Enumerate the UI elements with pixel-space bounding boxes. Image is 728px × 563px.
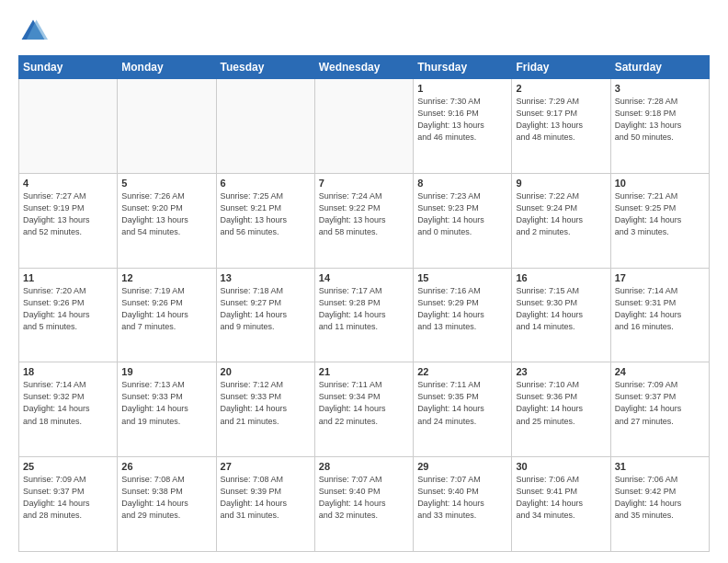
calendar-cell: 14Sunrise: 7:17 AM Sunset: 9:28 PM Dayli… — [314, 268, 413, 362]
day-number: 22 — [417, 366, 507, 377]
day-number: 1 — [417, 83, 507, 94]
calendar-cell: 24Sunrise: 7:09 AM Sunset: 9:37 PM Dayli… — [610, 362, 709, 457]
week-row-4: 18Sunrise: 7:14 AM Sunset: 9:32 PM Dayli… — [19, 362, 710, 457]
calendar-cell: 10Sunrise: 7:21 AM Sunset: 9:25 PM Dayli… — [610, 173, 709, 268]
calendar-cell: 5Sunrise: 7:26 AM Sunset: 9:20 PM Daylig… — [118, 173, 216, 268]
day-number: 3 — [615, 83, 705, 94]
week-row-3: 11Sunrise: 7:20 AM Sunset: 9:26 PM Dayli… — [19, 268, 710, 362]
day-info: Sunrise: 7:22 AM Sunset: 9:24 PM Dayligh… — [516, 190, 606, 238]
day-info: Sunrise: 7:23 AM Sunset: 9:23 PM Dayligh… — [417, 190, 507, 238]
day-number: 30 — [516, 461, 606, 472]
col-header-wednesday: Wednesday — [314, 56, 413, 79]
calendar-cell: 30Sunrise: 7:06 AM Sunset: 9:41 PM Dayli… — [512, 457, 610, 552]
calendar-cell: 19Sunrise: 7:13 AM Sunset: 9:33 PM Dayli… — [118, 362, 216, 457]
day-number: 10 — [615, 178, 705, 189]
day-info: Sunrise: 7:15 AM Sunset: 9:30 PM Dayligh… — [516, 285, 606, 333]
day-number: 25 — [23, 461, 113, 472]
calendar-cell: 28Sunrise: 7:07 AM Sunset: 9:40 PM Dayli… — [314, 457, 413, 552]
calendar-cell: 3Sunrise: 7:28 AM Sunset: 9:18 PM Daylig… — [610, 79, 709, 174]
calendar-cell: 12Sunrise: 7:19 AM Sunset: 9:26 PM Dayli… — [118, 268, 216, 362]
day-number: 21 — [319, 366, 409, 377]
calendar-cell: 21Sunrise: 7:11 AM Sunset: 9:34 PM Dayli… — [314, 362, 413, 457]
day-number: 24 — [615, 366, 705, 377]
calendar-cell — [118, 79, 216, 174]
day-info: Sunrise: 7:14 AM Sunset: 9:32 PM Dayligh… — [23, 379, 113, 427]
col-header-saturday: Saturday — [610, 56, 709, 79]
day-number: 31 — [615, 461, 705, 472]
day-info: Sunrise: 7:11 AM Sunset: 9:35 PM Dayligh… — [417, 379, 507, 427]
calendar-cell: 7Sunrise: 7:24 AM Sunset: 9:22 PM Daylig… — [314, 173, 413, 268]
day-info: Sunrise: 7:25 AM Sunset: 9:21 PM Dayligh… — [221, 190, 311, 238]
calendar-cell: 25Sunrise: 7:09 AM Sunset: 9:37 PM Dayli… — [19, 457, 118, 552]
day-number: 20 — [221, 366, 311, 377]
day-number: 13 — [221, 272, 311, 283]
calendar-cell: 27Sunrise: 7:08 AM Sunset: 9:39 PM Dayli… — [216, 457, 314, 552]
day-info: Sunrise: 7:10 AM Sunset: 9:36 PM Dayligh… — [516, 379, 606, 427]
day-number: 5 — [121, 178, 211, 189]
calendar-cell: 23Sunrise: 7:10 AM Sunset: 9:36 PM Dayli… — [512, 362, 610, 457]
day-info: Sunrise: 7:06 AM Sunset: 9:42 PM Dayligh… — [615, 474, 705, 522]
col-header-thursday: Thursday — [414, 56, 512, 79]
day-number: 6 — [221, 178, 311, 189]
calendar-cell: 11Sunrise: 7:20 AM Sunset: 9:26 PM Dayli… — [19, 268, 118, 362]
day-number: 19 — [121, 366, 211, 377]
calendar-cell: 17Sunrise: 7:14 AM Sunset: 9:31 PM Dayli… — [610, 268, 709, 362]
calendar-table: SundayMondayTuesdayWednesdayThursdayFrid… — [18, 55, 710, 552]
day-number: 26 — [121, 461, 211, 472]
day-number: 16 — [516, 272, 606, 283]
calendar-cell: 4Sunrise: 7:27 AM Sunset: 9:19 PM Daylig… — [19, 173, 118, 268]
calendar-cell — [216, 79, 314, 174]
calendar-cell: 26Sunrise: 7:08 AM Sunset: 9:38 PM Dayli… — [118, 457, 216, 552]
week-row-2: 4Sunrise: 7:27 AM Sunset: 9:19 PM Daylig… — [19, 173, 710, 268]
day-info: Sunrise: 7:09 AM Sunset: 9:37 PM Dayligh… — [23, 474, 113, 522]
day-number: 29 — [417, 461, 507, 472]
day-number: 28 — [319, 461, 409, 472]
day-number: 7 — [319, 178, 409, 189]
calendar-cell: 1Sunrise: 7:30 AM Sunset: 9:16 PM Daylig… — [414, 79, 512, 174]
day-number: 27 — [221, 461, 311, 472]
calendar-cell — [314, 79, 413, 174]
day-number: 12 — [121, 272, 211, 283]
logo — [18, 17, 51, 46]
page: SundayMondayTuesdayWednesdayThursdayFrid… — [0, 0, 728, 563]
col-header-friday: Friday — [512, 56, 610, 79]
week-row-1: 1Sunrise: 7:30 AM Sunset: 9:16 PM Daylig… — [19, 79, 710, 174]
week-row-5: 25Sunrise: 7:09 AM Sunset: 9:37 PM Dayli… — [19, 457, 710, 552]
day-number: 17 — [615, 272, 705, 283]
calendar-cell: 29Sunrise: 7:07 AM Sunset: 9:40 PM Dayli… — [414, 457, 512, 552]
calendar-cell: 6Sunrise: 7:25 AM Sunset: 9:21 PM Daylig… — [216, 173, 314, 268]
day-info: Sunrise: 7:26 AM Sunset: 9:20 PM Dayligh… — [121, 190, 211, 238]
day-number: 2 — [516, 83, 606, 94]
calendar-cell: 22Sunrise: 7:11 AM Sunset: 9:35 PM Dayli… — [414, 362, 512, 457]
day-info: Sunrise: 7:06 AM Sunset: 9:41 PM Dayligh… — [516, 474, 606, 522]
day-info: Sunrise: 7:20 AM Sunset: 9:26 PM Dayligh… — [23, 285, 113, 333]
day-info: Sunrise: 7:27 AM Sunset: 9:19 PM Dayligh… — [23, 190, 113, 238]
day-number: 18 — [23, 366, 113, 377]
day-info: Sunrise: 7:08 AM Sunset: 9:39 PM Dayligh… — [221, 474, 311, 522]
day-number: 11 — [23, 272, 113, 283]
day-info: Sunrise: 7:21 AM Sunset: 9:25 PM Dayligh… — [615, 190, 705, 238]
day-info: Sunrise: 7:12 AM Sunset: 9:33 PM Dayligh… — [221, 379, 311, 427]
day-number: 4 — [23, 178, 113, 189]
day-number: 14 — [319, 272, 409, 283]
day-info: Sunrise: 7:16 AM Sunset: 9:29 PM Dayligh… — [417, 285, 507, 333]
day-info: Sunrise: 7:14 AM Sunset: 9:31 PM Dayligh… — [615, 285, 705, 333]
calendar-header-row: SundayMondayTuesdayWednesdayThursdayFrid… — [19, 56, 710, 79]
day-number: 15 — [417, 272, 507, 283]
calendar-cell: 18Sunrise: 7:14 AM Sunset: 9:32 PM Dayli… — [19, 362, 118, 457]
day-info: Sunrise: 7:18 AM Sunset: 9:27 PM Dayligh… — [221, 285, 311, 333]
calendar-cell: 20Sunrise: 7:12 AM Sunset: 9:33 PM Dayli… — [216, 362, 314, 457]
day-info: Sunrise: 7:13 AM Sunset: 9:33 PM Dayligh… — [121, 379, 211, 427]
calendar-cell: 8Sunrise: 7:23 AM Sunset: 9:23 PM Daylig… — [414, 173, 512, 268]
day-info: Sunrise: 7:19 AM Sunset: 9:26 PM Dayligh… — [121, 285, 211, 333]
day-info: Sunrise: 7:07 AM Sunset: 9:40 PM Dayligh… — [417, 474, 507, 522]
calendar-cell: 9Sunrise: 7:22 AM Sunset: 9:24 PM Daylig… — [512, 173, 610, 268]
day-info: Sunrise: 7:07 AM Sunset: 9:40 PM Dayligh… — [319, 474, 409, 522]
header — [18, 17, 710, 46]
day-info: Sunrise: 7:11 AM Sunset: 9:34 PM Dayligh… — [319, 379, 409, 427]
logo-icon — [18, 17, 48, 46]
calendar-cell: 2Sunrise: 7:29 AM Sunset: 9:17 PM Daylig… — [512, 79, 610, 174]
calendar-cell — [19, 79, 118, 174]
day-info: Sunrise: 7:08 AM Sunset: 9:38 PM Dayligh… — [121, 474, 211, 522]
col-header-sunday: Sunday — [19, 56, 118, 79]
